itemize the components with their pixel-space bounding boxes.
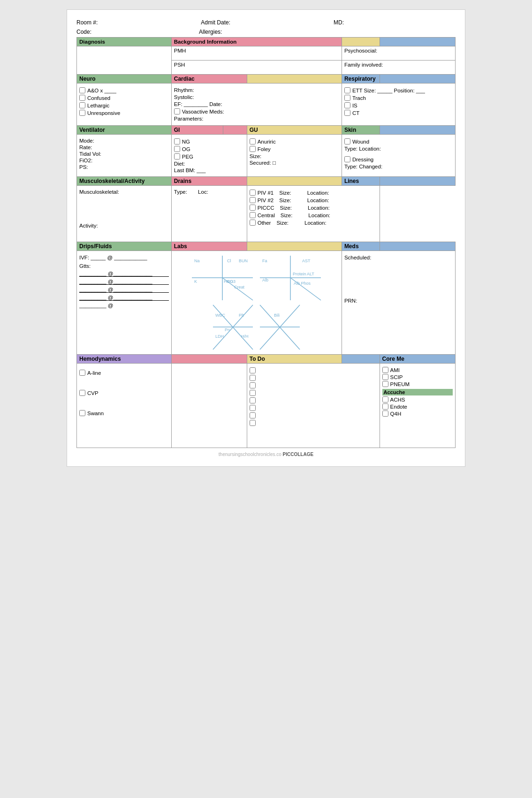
hemo-item-1: A-line [79, 370, 169, 376]
lastbm-label: Last BM: ___ [174, 167, 206, 173]
hemo-pink [171, 355, 247, 364]
room-label: Room #: [76, 19, 98, 26]
rate-label: Rate: [79, 144, 92, 150]
resp-check-2[interactable] [344, 95, 350, 101]
lines-size-1: Size: [279, 190, 291, 196]
systolic-row: Systolic: [174, 94, 339, 100]
drains-loc-label: Loc: [198, 189, 208, 195]
core-ami-label: AMI [390, 367, 400, 373]
todo-check-5[interactable] [250, 397, 256, 403]
lines-check-2[interactable] [250, 197, 256, 203]
hemo-check-2[interactable] [79, 390, 85, 396]
resp-check-4[interactable] [344, 110, 350, 116]
svg-text:K: K [194, 279, 197, 284]
gu-size-row: Size: [250, 153, 339, 159]
core-ami-check[interactable] [382, 367, 388, 373]
drip-line-4: _________ @_____________ [79, 295, 169, 301]
gu-header: GU [247, 126, 342, 135]
lines-check-3[interactable] [250, 205, 256, 211]
lines-check-1[interactable] [250, 190, 256, 196]
cardiac-yellow [247, 75, 342, 84]
skin-wound-row: Wound Type: Location: [344, 138, 453, 152]
drip-at-5: _________ @ [79, 303, 113, 308]
todo-check-3[interactable] [250, 382, 256, 388]
hemo-check-3[interactable] [79, 410, 85, 416]
systolic-label: Systolic: [174, 94, 194, 100]
lines-header: Lines [342, 177, 380, 186]
neuro-check-4[interactable] [79, 110, 85, 116]
neuro-check-3[interactable] [79, 102, 85, 108]
gi-label-3: PEG [182, 154, 193, 160]
gu-check-2[interactable] [250, 146, 256, 152]
todo-check-4[interactable] [250, 390, 256, 396]
lines-check-4[interactable] [250, 212, 256, 218]
md-label: MD: [334, 19, 344, 26]
todo-item-6 [250, 405, 377, 411]
resp-item-2: Trach [344, 95, 453, 101]
gi-check-1[interactable] [174, 138, 180, 144]
neuro-check-1[interactable] [79, 87, 85, 93]
vasoactive-row: Vasoactive Meds: [174, 108, 339, 114]
skin-dressing-check[interactable] [344, 156, 350, 162]
lines-check-5[interactable] [250, 220, 256, 226]
hemo-check-1[interactable] [79, 370, 85, 376]
gu-item-1: Anuriric [250, 138, 339, 144]
cardiac-header: Cardiac [171, 75, 247, 84]
diagnosis-row: Diagnosis Background Information [77, 38, 456, 46]
todo-check-8[interactable] [250, 420, 256, 426]
todo-item-1 [250, 367, 377, 373]
core-q4h-check[interactable] [382, 410, 388, 417]
gi-check-2[interactable] [174, 146, 180, 152]
gi-check-3[interactable] [174, 153, 180, 160]
gu-size-label: Size: [250, 153, 262, 159]
lines-label-1: PIV #1 [258, 190, 274, 196]
gi-item-3: PEG [174, 153, 244, 160]
lines-item-1: PIV #1 Size: Location: [250, 190, 377, 196]
todo-blue [342, 355, 380, 364]
musculo-header-label: Musculoskeletal/Activity [79, 178, 144, 184]
todo-item-5 [250, 397, 377, 403]
svg-text:Alb Phos: Alb Phos [294, 281, 311, 286]
core-achs-check[interactable] [382, 396, 388, 403]
lines-item-5: Other Size: Location: [250, 220, 377, 226]
lines-loc-2: Location: [307, 198, 329, 203]
gu-item-2: Foley [250, 146, 339, 152]
hemo-todo-core-header: Hemodynamics To Do Core Me [77, 355, 456, 364]
musculo-header: Musculoskeletal/Activity [77, 177, 172, 186]
nursing-text: thenursingschoolchronicles.co [219, 452, 281, 457]
resp-check-1[interactable] [344, 87, 350, 93]
musculo-drains-lines-header: Musculoskeletal/Activity Drains Lines [77, 177, 456, 186]
skin-wound-check[interactable] [344, 138, 350, 144]
skin-blue [380, 126, 455, 135]
coag-panel-svg: Bili [260, 305, 300, 350]
drains-content: Type: Loc: [171, 186, 247, 242]
core-scip-check[interactable] [382, 374, 388, 380]
svg-text:LDH: LDH [215, 334, 224, 339]
neuro-item-3: Lethargic [79, 102, 169, 108]
neuro-content: A&O x ____ Confused Lethargic Unresponsi… [77, 84, 172, 126]
ivf-label: IVF: _____ @ ___________ [79, 255, 147, 260]
scheduled-row: Scheduled: [344, 255, 453, 260]
drips-header: Drips/Fluids [77, 242, 172, 251]
drip-line-3: _________ @_____________ [79, 287, 169, 293]
lines-item-4: Central Size: Location: [250, 212, 377, 218]
todo-check-1[interactable] [250, 367, 256, 373]
core-endote-check[interactable] [382, 403, 388, 410]
resp-check-3[interactable] [344, 102, 350, 108]
piccollage-text: PICCOLLAGE [283, 452, 314, 457]
neuro-label-2: Confused [87, 95, 110, 101]
todo-check-2[interactable] [250, 375, 256, 381]
svg-text:H/H: H/H [241, 334, 249, 339]
gi-label-2: OG [182, 146, 190, 152]
vasoactive-check[interactable] [174, 108, 180, 114]
core-pneum-check[interactable] [382, 381, 388, 387]
gi-item-2: OG [174, 146, 244, 152]
hemodynamics-content: A-line CVP Swann [77, 364, 172, 448]
gu-check-1[interactable] [250, 138, 256, 144]
todo-check-7[interactable] [250, 412, 256, 418]
neuro-check-2[interactable] [79, 95, 85, 101]
lines-item-2: PIV #2 Size: Location: [250, 197, 377, 203]
psychosocial-label: Psychosocial: [344, 48, 377, 53]
todo-check-6[interactable] [250, 405, 256, 411]
lines-content: PIV #1 Size: Location: PIV #2 Size: Loca… [247, 186, 380, 242]
